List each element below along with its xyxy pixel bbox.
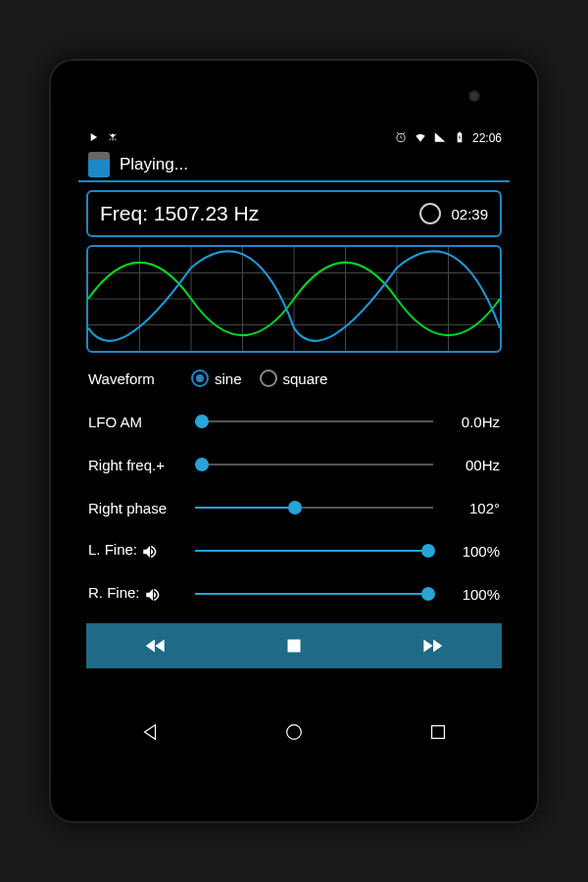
volume-icon: [144, 584, 162, 601]
frequency-label: Freq: 1507.23 Hz: [100, 202, 410, 225]
radio-sine-label: sine: [215, 370, 242, 387]
rfine-slider[interactable]: [195, 584, 433, 604]
svg-point-0: [111, 133, 115, 137]
lfine-slider[interactable]: [195, 541, 433, 561]
svg-rect-14: [287, 640, 300, 653]
debug-icon: [106, 130, 120, 147]
app-title: Playing...: [120, 155, 188, 174]
home-button[interactable]: [283, 721, 305, 746]
waveform-row: Waveform sine square: [86, 361, 502, 396]
back-button[interactable]: [139, 721, 161, 746]
oscilloscope: [86, 245, 502, 353]
rfine-value: 100%: [441, 586, 500, 603]
radio-square[interactable]: square: [260, 369, 328, 387]
tablet-frame: 22:06 Playing... Freq: 1507.23 Hz 02:39: [49, 59, 539, 823]
wifi-icon: [414, 130, 427, 147]
rphase-value: 102°: [441, 500, 500, 516]
frequency-display[interactable]: Freq: 1507.23 Hz 02:39: [86, 190, 502, 237]
playback-bar: [86, 623, 502, 668]
rfine-label: R. Fine:: [88, 584, 191, 603]
svg-rect-3: [459, 131, 461, 132]
signal-icon: [433, 130, 447, 147]
svg-rect-16: [431, 725, 444, 738]
lfo-label: LFO AM: [88, 414, 191, 430]
rfreq-label: Right freq.+: [88, 457, 191, 473]
lfine-label: L. Fine:: [88, 541, 191, 560]
lfo-slider[interactable]: [195, 412, 433, 431]
rfreq-value: 00Hz: [441, 457, 500, 473]
lfo-value: 0.0Hz: [441, 414, 500, 430]
battery-icon: [453, 130, 466, 147]
titlebar: Playing...: [78, 149, 510, 182]
statusbar: 22:06: [78, 127, 510, 149]
play-icon: [86, 130, 100, 147]
screen: 22:06 Playing... Freq: 1507.23 Hz 02:39: [78, 127, 510, 755]
statusbar-time: 22:06: [472, 131, 502, 145]
forward-button[interactable]: [364, 623, 502, 668]
stop-button[interactable]: [224, 623, 363, 668]
rphase-label: Right phase: [88, 500, 191, 516]
android-navbar: [78, 711, 510, 755]
radio-square-label: square: [283, 370, 328, 387]
lfine-value: 100%: [441, 543, 500, 560]
loading-icon: [419, 203, 441, 224]
rfreq-slider[interactable]: [195, 455, 433, 474]
elapsed-time: 02:39: [451, 206, 488, 222]
recent-button[interactable]: [427, 721, 449, 746]
volume-icon: [141, 541, 159, 558]
waveform-label: Waveform: [88, 370, 191, 387]
rewind-button[interactable]: [86, 623, 224, 668]
camera-dot: [468, 90, 480, 102]
radio-sine[interactable]: sine: [191, 369, 242, 387]
alarm-icon: [394, 130, 408, 147]
svg-point-15: [287, 724, 302, 739]
app-icon: [88, 152, 110, 177]
rphase-slider[interactable]: [195, 498, 433, 517]
